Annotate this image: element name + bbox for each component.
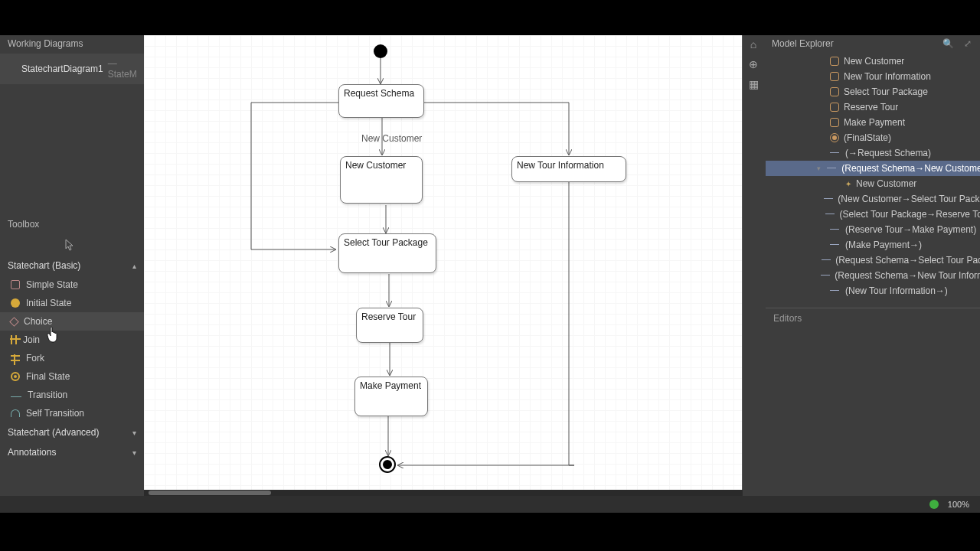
toolbox-item-label: Simple State bbox=[26, 279, 78, 290]
transition-icon bbox=[822, 257, 831, 263]
diagram-tab-suffix: — StateM bbox=[108, 58, 137, 80]
state-reserve-tour[interactable]: Reserve Tour bbox=[356, 308, 423, 343]
simple-state-icon bbox=[11, 280, 20, 289]
initial-state-icon bbox=[11, 298, 20, 308]
state-icon bbox=[830, 118, 839, 127]
state-icon bbox=[830, 57, 839, 66]
state-new-tour-information[interactable]: New Tour Information bbox=[511, 156, 626, 182]
state-label: Select Tour Package bbox=[344, 237, 428, 272]
toolbox-initial-state[interactable]: Initial State bbox=[0, 294, 144, 312]
choice-icon bbox=[9, 317, 19, 327]
tree-item[interactable]: New Tour Information bbox=[766, 69, 980, 84]
tree-item[interactable]: (Request Schema→Select Tour Package) bbox=[766, 253, 980, 268]
model-explorer-title: Model Explorer bbox=[772, 38, 834, 49]
tree-item-label: (Reserve Tour→Make Payment) bbox=[845, 224, 976, 235]
state-label: Request Schema bbox=[344, 88, 414, 117]
toolbox-item-label: Choice bbox=[24, 316, 52, 327]
toolbox-join[interactable]: Join bbox=[0, 331, 144, 349]
group-basic-label: Statechart (Basic) bbox=[8, 260, 80, 271]
horizontal-scrollbar[interactable] bbox=[144, 490, 743, 496]
toolbox-item-label: Transition bbox=[28, 390, 67, 400]
transition-icon bbox=[830, 227, 841, 233]
state-icon bbox=[830, 103, 839, 112]
tree-item[interactable]: Reserve Tour bbox=[766, 99, 980, 115]
toolbox-group-basic[interactable]: Statechart (Basic) ▴ bbox=[0, 256, 144, 276]
tree-item-label: New Tour Information bbox=[844, 71, 931, 82]
tree-item[interactable]: (Make Payment→) bbox=[766, 237, 980, 253]
toolbox-item-label: Self Transition bbox=[26, 408, 84, 419]
state-icon bbox=[830, 87, 839, 96]
toolbox-pointer-tool[interactable] bbox=[0, 234, 144, 256]
tree-item-label: Reserve Tour bbox=[844, 102, 898, 112]
tree-item[interactable]: ▾(Request Schema→New Customer) bbox=[766, 161, 980, 176]
state-label: New Customer bbox=[345, 160, 406, 203]
transition-label-new-customer[interactable]: New Customer bbox=[361, 133, 422, 144]
state-icon bbox=[830, 72, 839, 81]
search-icon[interactable]: 🔍 bbox=[942, 37, 954, 50]
tree-item[interactable]: (Request Schema→New Tour Information) bbox=[766, 268, 980, 283]
toolbox-self-transition[interactable]: Self Transition bbox=[0, 404, 144, 422]
transition-icon bbox=[824, 196, 833, 202]
final-state-icon bbox=[11, 372, 20, 381]
edges-layer bbox=[144, 35, 742, 490]
tree-item[interactable]: (New Tour Information→) bbox=[766, 283, 980, 298]
status-bar: 100% bbox=[0, 496, 980, 513]
diagram-canvas[interactable]: Request Schema New Customer New Customer… bbox=[144, 35, 743, 491]
model-explorer-header: Model Explorer 🔍 ⤢ bbox=[766, 35, 980, 52]
toolbox-simple-state[interactable]: Simple State bbox=[0, 276, 144, 294]
state-label: Make Payment bbox=[360, 380, 421, 416]
tree-item-label: (New Tour Information→) bbox=[845, 285, 948, 296]
tree-item-label: Select Tour Package bbox=[844, 86, 928, 97]
state-select-tour-package[interactable]: Select Tour Package bbox=[338, 233, 436, 273]
final-state-node[interactable] bbox=[379, 456, 396, 473]
transition-icon bbox=[821, 272, 830, 279]
tree-item[interactable]: Select Tour Package bbox=[766, 84, 980, 99]
expand-icon[interactable]: ⤢ bbox=[962, 37, 974, 50]
group-annotations-label: Annotations bbox=[8, 447, 56, 458]
home-icon[interactable]: ⌂ bbox=[746, 37, 761, 52]
state-label: New Tour Information bbox=[517, 160, 604, 181]
tree-item-label: Make Payment bbox=[844, 117, 905, 128]
chevron-down-icon: ▾ bbox=[132, 429, 136, 437]
diagram-tab[interactable]: StatechartDiagram1 — StateM bbox=[0, 54, 144, 84]
working-diagrams-title: Working Diagrams bbox=[0, 35, 144, 54]
toolbox-final-state[interactable]: Final State bbox=[0, 367, 144, 386]
state-new-customer[interactable]: New Customer bbox=[340, 156, 423, 204]
transition-icon bbox=[825, 211, 835, 217]
toolbox-fork[interactable]: Fork bbox=[0, 349, 144, 367]
label-icon: ✦ bbox=[845, 180, 851, 188]
tree-item-label: (Request Schema→Select Tour Package) bbox=[835, 255, 980, 266]
tree-item[interactable]: Make Payment bbox=[766, 115, 980, 130]
grid-icon[interactable]: ▦ bbox=[746, 77, 761, 92]
toolbox-group-annotations[interactable]: Annotations ▾ bbox=[0, 442, 144, 462]
toolbox-choice[interactable]: Choice bbox=[0, 312, 144, 331]
zoom-level[interactable]: 100% bbox=[948, 500, 969, 509]
toolbox-item-label: Join bbox=[23, 334, 40, 345]
tree-item-label: New Customer bbox=[844, 56, 904, 67]
transition-icon bbox=[11, 396, 21, 397]
transition-icon bbox=[830, 150, 841, 156]
chevron-up-icon: ▴ bbox=[132, 262, 136, 270]
tree-item[interactable]: New Customer bbox=[766, 54, 980, 69]
tree-item[interactable]: (Reserve Tour→Make Payment) bbox=[766, 222, 980, 237]
tree-item[interactable]: (FinalState) bbox=[766, 130, 980, 145]
tree-item[interactable]: (→Request Schema) bbox=[766, 145, 980, 161]
target-icon[interactable]: ⊕ bbox=[746, 57, 761, 72]
toolbox-title: Toolbox bbox=[0, 214, 144, 234]
status-ok-icon bbox=[929, 500, 939, 509]
tree-expand-icon[interactable]: ▾ bbox=[815, 165, 822, 172]
app-frame: Working Diagrams StatechartDiagram1 — St… bbox=[0, 35, 980, 496]
state-make-payment[interactable]: Make Payment bbox=[354, 377, 428, 416]
model-tree[interactable]: New CustomerNew Tour InformationSelect T… bbox=[766, 52, 980, 303]
initial-state-node[interactable] bbox=[374, 44, 387, 58]
canvas-side-toolbar: ⌂ ⊕ ▦ bbox=[746, 37, 764, 92]
tree-item[interactable]: ✦New Customer bbox=[766, 176, 980, 191]
left-panel: Working Diagrams StatechartDiagram1 — St… bbox=[0, 35, 144, 496]
join-icon bbox=[11, 335, 17, 344]
state-request-schema[interactable]: Request Schema bbox=[338, 84, 424, 118]
toolbox-group-advanced[interactable]: Statechart (Advanced) ▾ bbox=[0, 422, 144, 442]
toolbox-transition[interactable]: Transition bbox=[0, 386, 144, 404]
transition-icon bbox=[827, 165, 837, 171]
tree-item[interactable]: (New Customer→Select Tour Package) bbox=[766, 191, 980, 207]
tree-item[interactable]: (Select Tour Package→Reserve Tour) bbox=[766, 207, 980, 222]
